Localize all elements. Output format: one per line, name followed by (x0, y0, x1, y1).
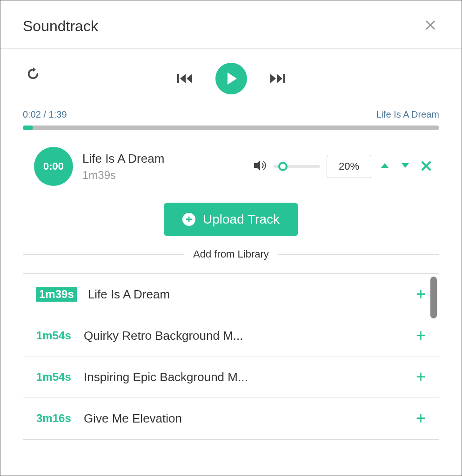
progress-fill (23, 126, 33, 130)
svg-rect-2 (177, 74, 179, 83)
library-label: Add from Library (193, 248, 269, 260)
track-duration: 1m39s (82, 169, 194, 182)
track-info: Life Is A Dream 1m39s (82, 152, 194, 182)
plus-circle-icon: + (182, 213, 195, 226)
library-item-duration: 1m54s (36, 370, 73, 383)
volume-input[interactable] (327, 155, 371, 178)
close-button[interactable] (422, 17, 439, 35)
library-item-duration: 1m39s (36, 287, 77, 302)
current-track-row: 0:00 Life Is A Dream 1m39s (23, 147, 439, 203)
upload-label: Upload Track (203, 212, 280, 227)
library-item-title: Give Me Elevation (84, 411, 405, 426)
scrollbar-thumb[interactable] (430, 277, 437, 318)
svg-rect-3 (283, 74, 285, 83)
add-track-button[interactable]: + (416, 286, 426, 303)
library-item-duration: 1m54s (36, 329, 73, 342)
skip-forward-icon (269, 73, 285, 84)
track-controls (253, 155, 434, 178)
now-playing-name: Life Is A Dream (376, 109, 439, 120)
track-start-circle[interactable]: 0:00 (34, 147, 73, 186)
volume-slider[interactable] (274, 165, 320, 168)
add-track-button[interactable]: + (416, 369, 426, 385)
add-track-button[interactable]: + (416, 410, 426, 427)
remove-icon (422, 161, 431, 171)
skip-back-icon (177, 73, 193, 84)
library-item[interactable]: 1m54s Quirky Retro Background M... + (23, 315, 439, 357)
volume-icon[interactable] (253, 159, 267, 173)
play-icon (228, 73, 237, 85)
library-item[interactable]: 3m16s Give Me Elevation + (23, 398, 439, 439)
library-divider: Add from Library (0, 248, 462, 260)
time-row: 0:02 / 1:39 Life Is A Dream (23, 109, 439, 120)
divider-line (23, 254, 184, 255)
track-title: Life Is A Dream (82, 152, 194, 166)
panel-title: Soundtrack (23, 18, 98, 35)
library-list[interactable]: 1m39s Life Is A Dream + 1m54s Quirky Ret… (23, 273, 439, 440)
track-start-time: 0:00 (43, 160, 64, 172)
skip-forward-button[interactable] (269, 73, 285, 84)
redo-button[interactable] (27, 67, 40, 82)
divider-line (278, 254, 439, 255)
library-item-title: Life Is A Dream (88, 287, 405, 302)
upload-wrap: + Upload Track (23, 203, 439, 236)
arrow-down-icon (401, 162, 409, 169)
panel-header: Soundtrack (0, 0, 462, 49)
play-button[interactable] (215, 63, 247, 94)
arrow-up-icon (381, 162, 389, 169)
move-down-button[interactable] (398, 162, 412, 171)
close-icon (425, 20, 435, 30)
player-controls (23, 63, 439, 94)
upload-track-button[interactable]: + Upload Track (164, 203, 298, 236)
skip-back-button[interactable] (177, 73, 193, 84)
library-item-title: Quirky Retro Background M... (84, 329, 405, 343)
library-item[interactable]: 1m39s Life Is A Dream + (23, 274, 439, 315)
volume-thumb[interactable] (278, 162, 288, 171)
move-up-button[interactable] (378, 162, 392, 171)
redo-icon (27, 67, 40, 80)
add-track-button[interactable]: + (416, 327, 426, 344)
remove-track-button[interactable] (419, 159, 434, 174)
library-item-duration: 3m16s (36, 412, 73, 425)
player-section: 0:02 / 1:39 Life Is A Dream 0:00 Life Is… (0, 49, 462, 236)
library-item[interactable]: 1m54s Inspiring Epic Background M... + (23, 357, 439, 398)
playback-time: 0:02 / 1:39 (23, 109, 67, 120)
library-item-title: Inspiring Epic Background M... (84, 370, 405, 384)
progress-bar[interactable] (23, 126, 439, 130)
